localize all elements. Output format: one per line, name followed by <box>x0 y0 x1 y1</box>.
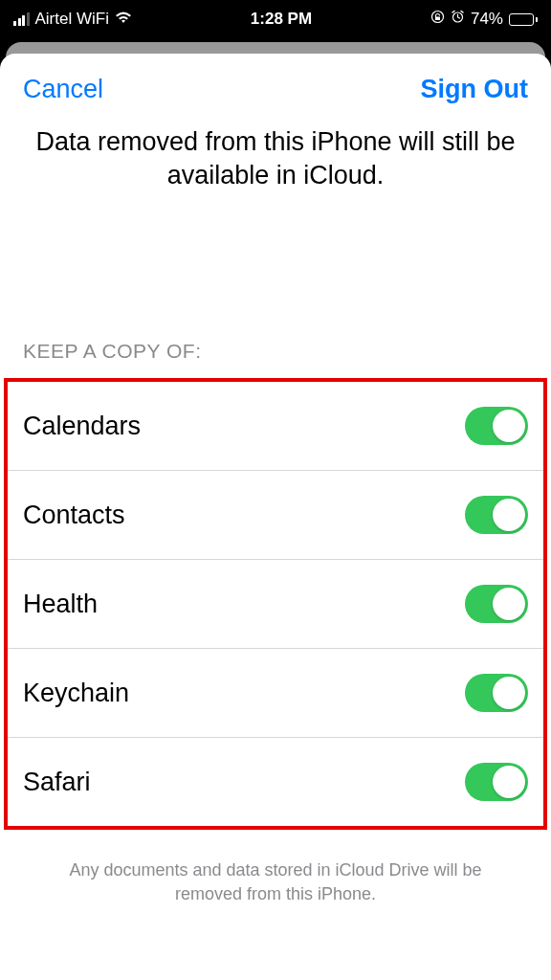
signal-icon <box>13 12 30 26</box>
status-time: 1:28 PM <box>251 10 312 29</box>
toggle-safari[interactable] <box>465 763 528 801</box>
status-left: Airtel WiFi <box>13 10 132 29</box>
signout-button[interactable]: Sign Out <box>421 75 528 104</box>
keep-copy-list: Calendars Contacts Health Keychain Safar… <box>4 378 547 830</box>
row-label: Safari <box>23 768 91 797</box>
row-label: Contacts <box>23 501 125 530</box>
list-item-contacts: Contacts <box>8 471 543 560</box>
row-label: Keychain <box>23 679 129 708</box>
info-message: Data removed from this iPhone will still… <box>0 118 551 192</box>
row-label: Health <box>23 590 98 619</box>
wifi-icon <box>115 11 132 28</box>
sheet-header: Cancel Sign Out <box>0 54 551 118</box>
toggle-keychain[interactable] <box>465 674 528 712</box>
list-item-calendars: Calendars <box>8 382 543 471</box>
battery-icon <box>509 13 538 26</box>
carrier-label: Airtel WiFi <box>35 10 109 29</box>
alarm-icon <box>451 10 465 29</box>
toggle-contacts[interactable] <box>465 496 528 534</box>
toggle-health[interactable] <box>465 585 528 623</box>
battery-percent: 74% <box>471 10 503 29</box>
svg-rect-1 <box>435 17 440 21</box>
status-bar: Airtel WiFi 1:28 PM 74% <box>0 0 551 38</box>
row-label: Calendars <box>23 412 141 441</box>
section-header: KEEP A COPY OF: <box>0 340 551 378</box>
signout-sheet: Cancel Sign Out Data removed from this i… <box>0 54 551 980</box>
orientation-lock-icon <box>430 10 445 29</box>
footer-text: Any documents and data stored in iCloud … <box>0 830 551 906</box>
status-right: 74% <box>430 10 538 29</box>
list-item-safari: Safari <box>8 738 543 826</box>
list-item-keychain: Keychain <box>8 649 543 738</box>
cancel-button[interactable]: Cancel <box>23 75 103 104</box>
list-item-health: Health <box>8 560 543 649</box>
toggle-calendars[interactable] <box>465 407 528 445</box>
